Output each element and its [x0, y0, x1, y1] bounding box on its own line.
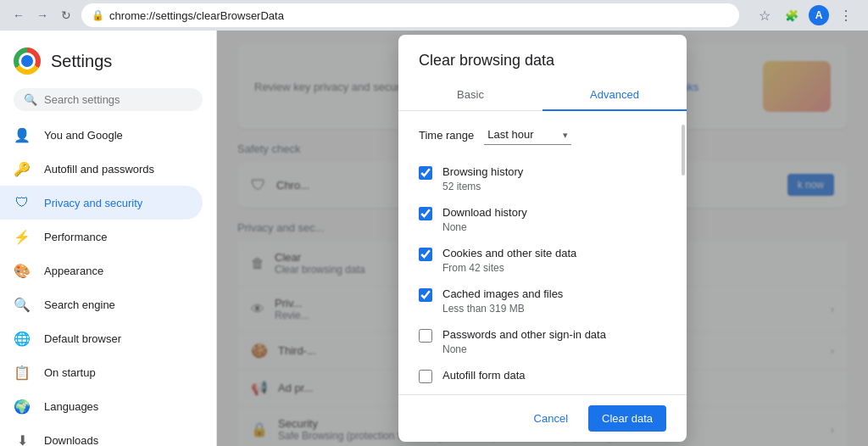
profile-avatar: A — [809, 5, 829, 25]
checkbox-browsing-history: Browsing history 52 items — [419, 159, 666, 199]
address-bar[interactable]: 🔒 chrome://settings/clearBrowserData — [81, 3, 739, 27]
checkbox-content: Download history None — [442, 206, 666, 233]
checkbox-content: Passwords and other sign-in data None — [442, 328, 666, 355]
cancel-button[interactable]: Cancel — [520, 405, 581, 432]
checkbox-content: Cached images and files Less than 319 MB — [442, 287, 666, 315]
sidebar-item-label: Default browser — [44, 332, 121, 345]
checkbox-download-history: Download history None — [419, 199, 666, 240]
sidebar-item-on-startup[interactable]: 📋 On startup — [0, 355, 203, 389]
sidebar-item-label: Privacy and security — [44, 197, 142, 209]
time-range-select[interactable]: Last hour Last 24 hours Last 7 days Last… — [484, 125, 571, 145]
address-text: chrome://settings/clearBrowserData — [109, 9, 284, 22]
settings-container: Settings 🔍 👤 You and Google 🔑 Autofill a… — [0, 31, 868, 446]
forward-button[interactable]: → — [34, 7, 51, 24]
sidebar-item-search-engine[interactable]: 🔍 Search engine — [0, 287, 203, 321]
download-history-sublabel: None — [442, 221, 467, 233]
passwords-label: Passwords and other sign-in data — [442, 328, 666, 341]
performance-icon: ⚡ — [14, 228, 31, 245]
clear-browsing-data-modal: Clear browsing data Basic Advanced Time … — [398, 35, 687, 442]
sidebar-item-label: Downloads — [44, 434, 98, 447]
passwords-checkbox[interactable] — [419, 329, 432, 343]
modal-title: Clear browsing data — [398, 35, 687, 80]
modal-footer: Cancel Clear data — [398, 394, 687, 442]
search-input[interactable] — [44, 93, 192, 106]
bookmark-button[interactable]: ☆ — [753, 3, 776, 27]
checkbox-cookies: Cookies and other site data From 42 site… — [419, 240, 666, 281]
chrome-logo — [14, 47, 41, 75]
cookies-checkbox[interactable] — [419, 248, 432, 261]
tab-basic[interactable]: Basic — [398, 80, 542, 111]
checkbox-content: Browsing history 52 items — [442, 165, 666, 192]
checkbox-cached: Cached images and files Less than 319 MB — [419, 281, 666, 321]
back-button[interactable]: ← — [10, 7, 27, 24]
cached-sublabel: Less than 319 MB — [442, 303, 525, 315]
sidebar-search[interactable]: 🔍 — [14, 88, 203, 111]
sidebar-item-label: On startup — [44, 366, 96, 379]
sidebar-item-label: You and Google — [44, 129, 123, 142]
sidebar-item-privacy[interactable]: 🛡 Privacy and security — [0, 186, 203, 220]
sidebar-header: Settings — [0, 37, 216, 88]
sidebar-item-appearance[interactable]: 🎨 Appearance — [0, 254, 203, 287]
sidebar-item-performance[interactable]: ⚡ Performance — [0, 220, 203, 254]
search-engine-icon: 🔍 — [14, 296, 31, 313]
cookies-sublabel: From 42 sites — [442, 262, 504, 274]
sidebar-title: Settings — [51, 52, 112, 71]
cookies-label: Cookies and other site data — [442, 247, 666, 259]
modal-overlay: Clear browsing data Basic Advanced Time … — [217, 31, 868, 446]
sidebar-item-label: Search engine — [44, 298, 115, 311]
clear-data-button[interactable]: Clear data — [588, 405, 666, 432]
checkbox-content: Autofill form data — [442, 369, 666, 383]
appearance-icon: 🎨 — [14, 262, 31, 279]
modal-tabs: Basic Advanced — [398, 80, 687, 111]
cached-label: Cached images and files — [442, 287, 666, 300]
sidebar-item-label: Autofill and passwords — [44, 163, 154, 176]
languages-icon: 🌍 — [14, 398, 31, 415]
sidebar-item-downloads[interactable]: ⬇ Downloads — [0, 423, 203, 446]
browsing-history-label: Browsing history — [442, 165, 666, 178]
checkbox-content: Cookies and other site data From 42 site… — [442, 247, 666, 274]
sidebar-item-autofill[interactable]: 🔑 Autofill and passwords — [0, 152, 203, 186]
on-startup-icon: 📋 — [14, 364, 31, 381]
time-range-select-wrapper[interactable]: Last hour Last 24 hours Last 7 days Last… — [484, 125, 571, 145]
reload-button[interactable]: ↻ — [58, 7, 75, 24]
tab-advanced[interactable]: Advanced — [542, 80, 687, 111]
privacy-icon: 🛡 — [14, 194, 31, 211]
browsing-history-checkbox[interactable] — [419, 166, 432, 180]
browser-bar: ← → ↻ 🔒 chrome://settings/clearBrowserDa… — [0, 0, 868, 31]
sidebar-item-languages[interactable]: 🌍 Languages — [0, 389, 203, 423]
sidebar-item-label: Appearance — [44, 265, 103, 277]
time-range-label: Time range — [419, 129, 474, 142]
search-icon: 🔍 — [24, 93, 37, 106]
extensions-button[interactable]: 🧩 — [780, 3, 804, 27]
downloads-icon: ⬇ — [14, 432, 31, 446]
lock-icon: 🔒 — [92, 9, 104, 21]
menu-button[interactable]: ⋮ — [834, 3, 858, 27]
scrollbar[interactable] — [682, 125, 685, 176]
time-range-row: Time range Last hour Last 24 hours Last … — [419, 125, 666, 145]
download-history-label: Download history — [442, 206, 666, 219]
sidebar-item-default-browser[interactable]: 🌐 Default browser — [0, 321, 203, 355]
passwords-sublabel: None — [442, 343, 467, 355]
sidebar-item-label: Languages — [44, 400, 98, 413]
modal-body: Time range Last hour Last 24 hours Last … — [398, 111, 687, 394]
main-content: Review key privacy and security controls… — [217, 31, 868, 446]
checkbox-autofill: Autofill form data — [419, 362, 666, 390]
checkbox-passwords: Passwords and other sign-in data None — [419, 321, 666, 362]
autofill-label: Autofill form data — [442, 369, 666, 382]
browser-actions: ☆ 🧩 A ⋮ — [753, 3, 858, 27]
cached-checkbox[interactable] — [419, 288, 432, 302]
sidebar-item-you-google[interactable]: 👤 You and Google — [0, 118, 203, 152]
autofill-checkbox[interactable] — [419, 370, 432, 383]
you-google-icon: 👤 — [14, 126, 31, 143]
default-browser-icon: 🌐 — [14, 330, 31, 347]
browsing-history-sublabel: 52 items — [442, 181, 481, 192]
account-button[interactable]: A — [807, 3, 831, 27]
download-history-checkbox[interactable] — [419, 207, 432, 220]
sidebar-item-label: Performance — [44, 231, 107, 243]
sidebar: Settings 🔍 👤 You and Google 🔑 Autofill a… — [0, 31, 217, 446]
autofill-icon: 🔑 — [14, 160, 31, 177]
